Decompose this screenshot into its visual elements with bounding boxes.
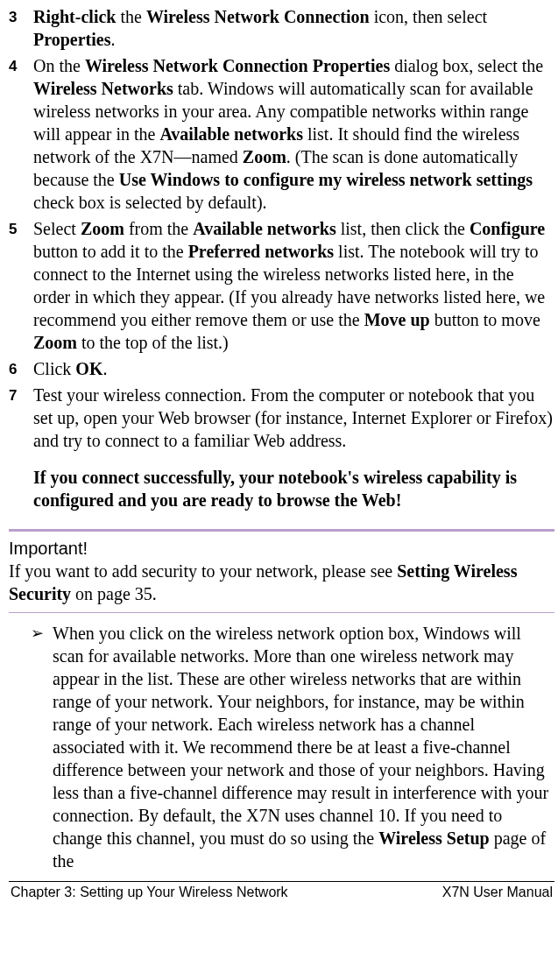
important-title: Important! <box>9 537 551 560</box>
footer-manual: X7N User Manual <box>442 884 553 902</box>
step-number: 7 <box>9 384 33 405</box>
step-number: 4 <box>9 54 33 76</box>
step-body: Select Zoom from the Available networks … <box>33 217 554 356</box>
bullet-list: ➢ When you click on the wireless network… <box>9 622 554 872</box>
step-number: 6 <box>9 357 33 379</box>
step-7: 7 Test your wireless connection. From th… <box>9 384 554 454</box>
triangle-right-icon: ➢ <box>9 622 53 644</box>
success-note: If you connect successfully, your notebo… <box>33 466 554 511</box>
important-box: Important! If you want to add security t… <box>9 529 554 613</box>
important-text: If you want to add security to your netw… <box>9 560 551 605</box>
step-3: 3 Right-click the Wireless Network Conne… <box>9 5 554 53</box>
numbered-steps: 3 Right-click the Wireless Network Conne… <box>9 5 554 454</box>
step-body: On the Wireless Network Connection Prope… <box>33 54 554 215</box>
step-4: 4 On the Wireless Network Connection Pro… <box>9 54 554 215</box>
step-6: 6 Click OK. <box>9 357 554 382</box>
step-number: 5 <box>9 217 33 239</box>
bullet-item: ➢ When you click on the wireless network… <box>9 622 554 872</box>
step-body: Click OK. <box>33 357 554 382</box>
bullet-text: When you click on the wireless network o… <box>53 622 554 872</box>
footer-chapter: Chapter 3: Setting up Your Wireless Netw… <box>11 884 288 902</box>
step-number: 3 <box>9 5 33 27</box>
step-body: Test your wireless connection. From the … <box>33 384 554 454</box>
step-5: 5 Select Zoom from the Available network… <box>9 217 554 356</box>
step-body: Right-click the Wireless Network Connect… <box>33 5 554 53</box>
page-footer: Chapter 3: Setting up Your Wireless Netw… <box>9 884 554 902</box>
footer-rule <box>9 881 554 882</box>
